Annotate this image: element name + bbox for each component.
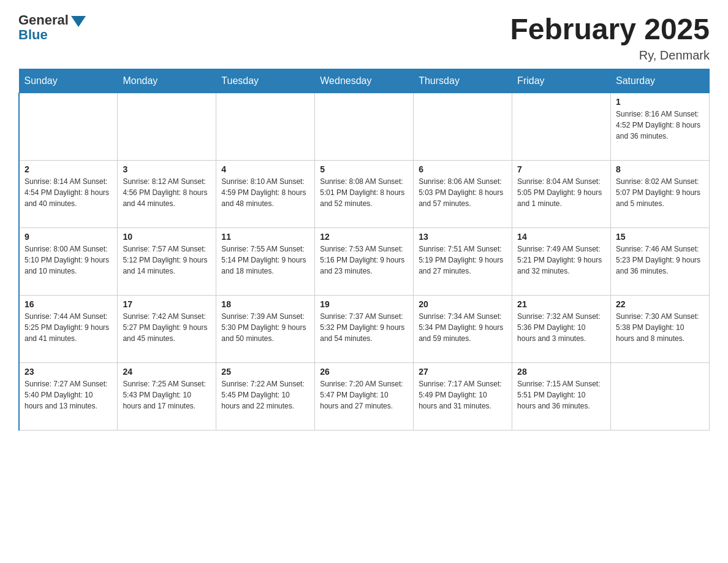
day-info: Sunrise: 8:16 AM Sunset: 4:52 PM Dayligh… (616, 109, 704, 142)
calendar-day-cell (118, 93, 216, 161)
calendar-day-cell: 7Sunrise: 8:04 AM Sunset: 5:05 PM Daylig… (512, 161, 611, 228)
calendar-day-cell: 19Sunrise: 7:37 AM Sunset: 5:32 PM Dayli… (315, 296, 414, 363)
calendar-day-cell: 10Sunrise: 7:57 AM Sunset: 5:12 PM Dayli… (118, 228, 216, 296)
calendar-week-row: 1Sunrise: 8:16 AM Sunset: 4:52 PM Daylig… (19, 93, 710, 161)
day-number: 4 (221, 164, 309, 174)
calendar-day-cell: 18Sunrise: 7:39 AM Sunset: 5:30 PM Dayli… (216, 296, 315, 363)
day-number: 24 (123, 367, 211, 377)
day-info: Sunrise: 8:04 AM Sunset: 5:05 PM Dayligh… (517, 176, 605, 209)
main-title: February 2025 (510, 12, 710, 46)
calendar-day-cell: 5Sunrise: 8:08 AM Sunset: 5:01 PM Daylig… (315, 161, 414, 228)
day-info: Sunrise: 7:20 AM Sunset: 5:47 PM Dayligh… (320, 378, 408, 412)
calendar-day-cell: 27Sunrise: 7:17 AM Sunset: 5:49 PM Dayli… (414, 363, 512, 431)
calendar-day-cell (414, 93, 512, 161)
page-header: General Blue February 2025 Ry, Denmark (18, 12, 710, 63)
day-number: 15 (616, 232, 704, 242)
logo-arrow-icon (71, 16, 86, 27)
day-number: 16 (25, 299, 112, 309)
calendar-day-cell: 12Sunrise: 7:53 AM Sunset: 5:16 PM Dayli… (315, 228, 414, 296)
day-of-week-header: Tuesday (216, 69, 315, 93)
calendar-day-cell: 2Sunrise: 8:14 AM Sunset: 4:54 PM Daylig… (19, 161, 118, 228)
day-info: Sunrise: 7:46 AM Sunset: 5:23 PM Dayligh… (616, 243, 704, 277)
calendar-week-row: 9Sunrise: 8:00 AM Sunset: 5:10 PM Daylig… (19, 228, 710, 296)
calendar-day-cell: 9Sunrise: 8:00 AM Sunset: 5:10 PM Daylig… (19, 228, 118, 296)
day-info: Sunrise: 7:49 AM Sunset: 5:21 PM Dayligh… (517, 243, 605, 277)
day-info: Sunrise: 7:15 AM Sunset: 5:51 PM Dayligh… (517, 378, 605, 412)
day-number: 1 (616, 97, 704, 107)
day-of-week-header: Wednesday (315, 69, 414, 93)
day-number: 14 (517, 232, 605, 242)
day-info: Sunrise: 8:14 AM Sunset: 4:54 PM Dayligh… (25, 176, 112, 209)
day-number: 17 (123, 299, 211, 309)
calendar-week-row: 23Sunrise: 7:27 AM Sunset: 5:40 PM Dayli… (19, 363, 710, 431)
day-info: Sunrise: 7:17 AM Sunset: 5:49 PM Dayligh… (419, 378, 507, 412)
day-number: 25 (221, 367, 309, 377)
calendar-day-cell: 22Sunrise: 7:30 AM Sunset: 5:38 PM Dayli… (611, 296, 710, 363)
calendar-day-cell: 20Sunrise: 7:34 AM Sunset: 5:34 PM Dayli… (414, 296, 512, 363)
calendar-day-cell: 14Sunrise: 7:49 AM Sunset: 5:21 PM Dayli… (512, 228, 611, 296)
calendar-day-cell: 6Sunrise: 8:06 AM Sunset: 5:03 PM Daylig… (414, 161, 512, 228)
day-number: 20 (419, 299, 507, 309)
calendar-day-cell: 21Sunrise: 7:32 AM Sunset: 5:36 PM Dayli… (512, 296, 611, 363)
calendar-day-cell: 4Sunrise: 8:10 AM Sunset: 4:59 PM Daylig… (216, 161, 315, 228)
calendar-day-cell: 16Sunrise: 7:44 AM Sunset: 5:25 PM Dayli… (19, 296, 118, 363)
day-number: 18 (221, 299, 309, 309)
day-info: Sunrise: 8:08 AM Sunset: 5:01 PM Dayligh… (320, 176, 408, 209)
title-block: February 2025 Ry, Denmark (510, 12, 710, 63)
calendar-day-cell (19, 93, 118, 161)
day-info: Sunrise: 7:44 AM Sunset: 5:25 PM Dayligh… (25, 311, 112, 344)
day-info: Sunrise: 7:22 AM Sunset: 5:45 PM Dayligh… (221, 378, 309, 412)
day-number: 22 (616, 299, 704, 309)
calendar-table: SundayMondayTuesdayWednesdayThursdayFrid… (18, 69, 710, 431)
day-info: Sunrise: 7:57 AM Sunset: 5:12 PM Dayligh… (123, 243, 211, 277)
calendar-day-cell: 26Sunrise: 7:20 AM Sunset: 5:47 PM Dayli… (315, 363, 414, 431)
day-number: 6 (419, 164, 507, 174)
day-of-week-header: Thursday (414, 69, 512, 93)
calendar-day-cell: 24Sunrise: 7:25 AM Sunset: 5:43 PM Dayli… (118, 363, 216, 431)
calendar-day-cell: 17Sunrise: 7:42 AM Sunset: 5:27 PM Dayli… (118, 296, 216, 363)
calendar-day-cell: 25Sunrise: 7:22 AM Sunset: 5:45 PM Dayli… (216, 363, 315, 431)
day-number: 9 (25, 232, 112, 242)
day-info: Sunrise: 7:55 AM Sunset: 5:14 PM Dayligh… (221, 243, 309, 277)
location-subtitle: Ry, Denmark (510, 48, 710, 63)
day-of-week-header: Sunday (19, 69, 118, 93)
day-info: Sunrise: 7:51 AM Sunset: 5:19 PM Dayligh… (419, 243, 507, 277)
day-number: 3 (123, 164, 211, 174)
day-number: 27 (419, 367, 507, 377)
day-number: 2 (25, 164, 112, 174)
day-info: Sunrise: 7:27 AM Sunset: 5:40 PM Dayligh… (25, 378, 112, 412)
day-info: Sunrise: 7:32 AM Sunset: 5:36 PM Dayligh… (517, 311, 605, 344)
day-info: Sunrise: 7:39 AM Sunset: 5:30 PM Dayligh… (221, 311, 309, 344)
calendar-day-cell: 8Sunrise: 8:02 AM Sunset: 5:07 PM Daylig… (611, 161, 710, 228)
calendar-day-cell: 28Sunrise: 7:15 AM Sunset: 5:51 PM Dayli… (512, 363, 611, 431)
calendar-week-row: 2Sunrise: 8:14 AM Sunset: 4:54 PM Daylig… (19, 161, 710, 228)
day-info: Sunrise: 7:53 AM Sunset: 5:16 PM Dayligh… (320, 243, 408, 277)
day-info: Sunrise: 7:42 AM Sunset: 5:27 PM Dayligh… (123, 311, 211, 344)
calendar-day-cell: 1Sunrise: 8:16 AM Sunset: 4:52 PM Daylig… (611, 93, 710, 161)
day-of-week-header: Saturday (611, 69, 710, 93)
day-number: 10 (123, 232, 211, 242)
day-info: Sunrise: 7:25 AM Sunset: 5:43 PM Dayligh… (123, 378, 211, 412)
logo-general-text: General (18, 12, 69, 28)
day-info: Sunrise: 7:30 AM Sunset: 5:38 PM Dayligh… (616, 311, 704, 344)
calendar-day-cell: 13Sunrise: 7:51 AM Sunset: 5:19 PM Dayli… (414, 228, 512, 296)
day-number: 12 (320, 232, 408, 242)
day-info: Sunrise: 8:12 AM Sunset: 4:56 PM Dayligh… (123, 176, 211, 209)
calendar-day-cell: 3Sunrise: 8:12 AM Sunset: 4:56 PM Daylig… (118, 161, 216, 228)
day-info: Sunrise: 8:10 AM Sunset: 4:59 PM Dayligh… (221, 176, 309, 209)
day-number: 11 (221, 232, 309, 242)
calendar-day-cell: 11Sunrise: 7:55 AM Sunset: 5:14 PM Dayli… (216, 228, 315, 296)
day-number: 28 (517, 367, 605, 377)
day-number: 21 (517, 299, 605, 309)
day-info: Sunrise: 8:02 AM Sunset: 5:07 PM Dayligh… (616, 176, 704, 209)
logo: General Blue (18, 12, 86, 43)
day-number: 5 (320, 164, 408, 174)
day-number: 23 (25, 367, 112, 377)
day-info: Sunrise: 8:00 AM Sunset: 5:10 PM Dayligh… (25, 243, 112, 277)
day-number: 8 (616, 164, 704, 174)
day-number: 26 (320, 367, 408, 377)
calendar-day-cell: 23Sunrise: 7:27 AM Sunset: 5:40 PM Dayli… (19, 363, 118, 431)
calendar-day-cell: 15Sunrise: 7:46 AM Sunset: 5:23 PM Dayli… (611, 228, 710, 296)
calendar-header-row: SundayMondayTuesdayWednesdayThursdayFrid… (19, 69, 710, 93)
day-of-week-header: Friday (512, 69, 611, 93)
